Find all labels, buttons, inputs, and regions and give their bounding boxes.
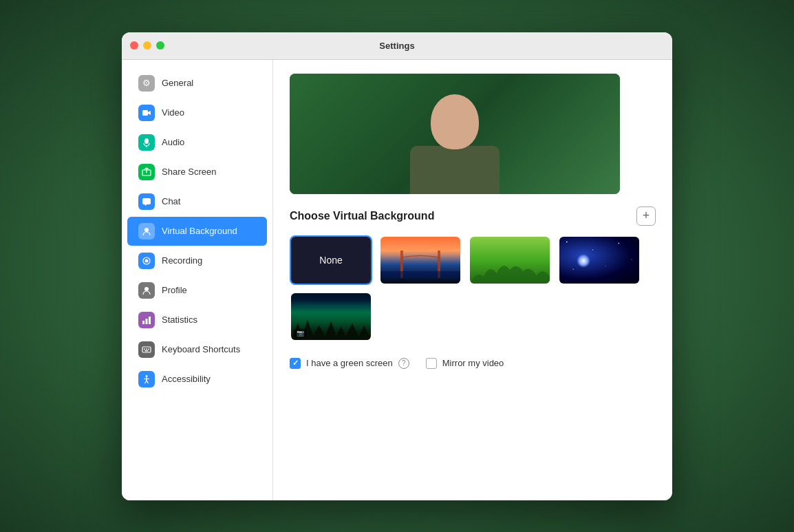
sidebar-item-share-screen[interactable]: Share Screen <box>127 158 267 187</box>
sidebar-label-audio: Audio <box>162 137 184 147</box>
sidebar-item-video[interactable]: Video <box>127 98 267 127</box>
svg-rect-13 <box>144 348 145 350</box>
statistics-icon <box>138 312 155 328</box>
settings-window: Settings ⚙ General Video Audio <box>122 32 672 500</box>
svg-rect-16 <box>145 350 149 352</box>
svg-point-17 <box>146 375 148 377</box>
sidebar-label-chat: Chat <box>162 196 180 206</box>
window-body: ⚙ General Video Audio <box>122 60 672 500</box>
green-screen-option[interactable]: I have a green screen ? <box>290 358 409 369</box>
sidebar-item-recording[interactable]: Recording <box>127 246 267 275</box>
svg-point-25 <box>566 241 568 242</box>
sidebar-item-statistics[interactable]: Statistics <box>127 306 267 334</box>
bg-option-space[interactable] <box>558 235 641 285</box>
svg-rect-0 <box>142 110 148 116</box>
sidebar-label-share-screen: Share Screen <box>162 167 217 177</box>
svg-rect-15 <box>148 348 149 350</box>
svg-point-28 <box>605 265 606 266</box>
sidebar-item-general[interactable]: ⚙ General <box>127 69 267 98</box>
camera-badge: 📷 <box>294 329 307 337</box>
maximize-button[interactable] <box>156 41 164 50</box>
svg-point-8 <box>144 287 149 291</box>
svg-point-29 <box>572 268 574 270</box>
sidebar-item-audio[interactable]: Audio <box>127 128 267 157</box>
video-person <box>290 74 620 194</box>
sidebar-item-chat[interactable]: Chat <box>127 187 267 216</box>
general-icon: ⚙ <box>138 75 155 92</box>
share-screen-icon <box>138 164 155 180</box>
svg-rect-14 <box>146 348 147 350</box>
sidebar-item-virtual-background[interactable]: Virtual Background <box>127 217 267 246</box>
svg-rect-11 <box>149 317 151 324</box>
sidebar-label-accessibility: Accessibility <box>162 374 211 384</box>
svg-point-7 <box>145 259 149 262</box>
sidebar-label-virtual-background: Virtual Background <box>162 226 237 236</box>
add-background-button[interactable]: + <box>636 206 656 226</box>
sidebar-label-general: General <box>162 78 193 88</box>
green-screen-label: I have a green screen <box>306 358 393 368</box>
profile-icon <box>138 282 155 299</box>
background-grid: None <box>290 235 656 341</box>
sidebar-label-profile: Profile <box>162 285 187 295</box>
svg-rect-4 <box>142 198 151 204</box>
svg-point-27 <box>618 242 619 244</box>
video-icon <box>138 105 155 121</box>
svg-rect-24 <box>380 271 460 278</box>
titlebar: Settings <box>122 32 672 60</box>
mirror-video-label: Mirror my video <box>442 358 504 368</box>
window-title: Settings <box>379 41 414 51</box>
bg-aurora-preview: 📷 <box>291 293 371 340</box>
bg-space-preview <box>559 237 639 284</box>
add-icon: + <box>643 209 650 223</box>
sidebar-item-profile[interactable]: Profile <box>127 276 267 305</box>
svg-rect-9 <box>142 321 144 324</box>
person-head <box>431 94 479 149</box>
svg-line-20 <box>145 381 147 383</box>
svg-point-30 <box>632 259 632 259</box>
keyboard-shortcuts-icon <box>138 341 155 358</box>
green-screen-help-icon[interactable]: ? <box>398 358 409 369</box>
bg-grass-preview <box>470 237 550 284</box>
recording-icon <box>138 253 155 269</box>
sidebar-item-keyboard-shortcuts[interactable]: Keyboard Shortcuts <box>127 335 267 364</box>
bg-option-bridge[interactable] <box>379 235 462 285</box>
close-button[interactable] <box>130 41 138 50</box>
options-row: I have a green screen ? Mirror my video <box>290 358 656 369</box>
video-preview <box>290 74 620 194</box>
sidebar-label-statistics: Statistics <box>162 315 197 325</box>
minimize-button[interactable] <box>143 41 151 50</box>
person-body <box>410 146 500 194</box>
bg-option-grass[interactable] <box>469 235 551 285</box>
mirror-video-option[interactable]: Mirror my video <box>426 358 504 369</box>
svg-rect-10 <box>146 319 148 324</box>
sidebar-item-accessibility[interactable]: Accessibility <box>127 365 267 394</box>
person-silhouette <box>410 94 500 194</box>
svg-point-26 <box>592 249 594 251</box>
mirror-video-checkbox[interactable] <box>426 358 437 369</box>
accessibility-icon <box>138 371 155 387</box>
bg-option-none[interactable]: None <box>290 235 372 285</box>
svg-point-1 <box>144 138 149 144</box>
green-screen-checkbox[interactable] <box>290 358 301 369</box>
chat-icon <box>138 193 155 210</box>
bg-none-preview: None <box>291 237 371 284</box>
svg-line-21 <box>147 381 149 383</box>
bg-bridge-preview <box>380 237 460 284</box>
sidebar-label-keyboard-shortcuts: Keyboard Shortcuts <box>162 344 240 354</box>
sidebar: ⚙ General Video Audio <box>122 60 273 500</box>
svg-point-5 <box>144 228 149 232</box>
main-content: Choose Virtual Background + None <box>273 60 672 500</box>
sidebar-label-recording: Recording <box>162 255 202 266</box>
traffic-lights <box>130 41 164 50</box>
section-title: Choose Virtual Background <box>290 210 434 222</box>
audio-icon <box>138 134 155 151</box>
bg-option-aurora[interactable]: 📷 <box>290 292 372 341</box>
virtual-background-icon <box>138 223 155 240</box>
sidebar-label-video: Video <box>162 107 184 118</box>
bg-none-label: None <box>319 255 342 266</box>
section-header: Choose Virtual Background + <box>290 206 656 226</box>
